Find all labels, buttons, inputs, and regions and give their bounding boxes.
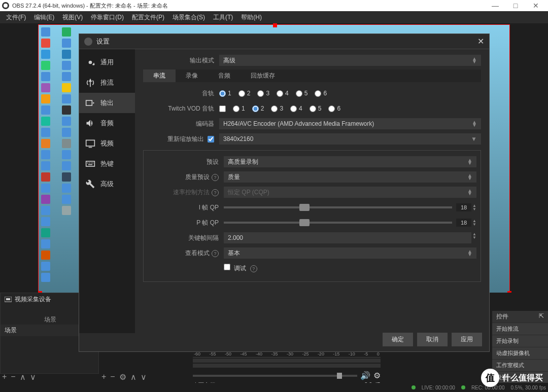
debug-checkbox[interactable] [224,264,230,270]
output-mode-label: 输出模式 [143,56,219,65]
sidebar-item-output[interactable]: 输出 [79,93,135,113]
sidebar-item-audio[interactable]: 音频 [79,113,135,133]
track-radio-3[interactable]: 3 [257,90,269,97]
live-time: LIVE: 00:00:00 [422,385,455,390]
remove-source-button[interactable]: − [110,372,115,382]
vod-radio-4[interactable]: 4 [290,105,302,112]
statusbar: LIVE: 00:00:00 REC: 00:00:00 0.5%, 30.00… [0,383,548,392]
source-up-button[interactable]: ∧ [130,372,136,382]
undock-icon[interactable]: ⇱ [539,312,544,321]
iframe-qp-slider[interactable] [224,206,452,208]
sidebar-item-general[interactable]: 通用 [79,52,135,73]
audio-track-label: 音轨 [143,89,219,98]
audio-meter [193,364,381,368]
spinner-arrows[interactable]: ▲▼ [472,232,476,243]
encoder-select[interactable]: H264/AVC Encoder (AMD Advanced Media Fra… [219,118,481,129]
quality-preset-label: 质量预设? [148,173,224,182]
track-radio-5[interactable]: 5 [296,90,308,97]
close-dialog-button[interactable]: ✕ [477,37,484,46]
scene-up-button[interactable]: ∧ [20,372,26,382]
virtual-camera-button[interactable]: 动虚拟摄像机 [492,347,548,359]
vod-radio-3[interactable]: 3 [271,105,283,112]
tab-replay-buffer[interactable]: 回放缓存 [241,69,285,82]
track-radio-2[interactable]: 2 [238,90,251,97]
watermark-text: 什么值得买 [502,373,543,383]
status-dot-icon [412,385,416,389]
help-icon[interactable]: ? [250,265,257,272]
volume-slider[interactable] [193,375,357,377]
scene-toolbar: + − ∧ ∨ [2,372,36,382]
scene-down-button[interactable]: ∨ [30,372,36,382]
obs-icon [2,2,9,9]
track-radio-1[interactable]: 1 [219,90,231,97]
menu-help[interactable]: 帮助(H) [237,13,266,22]
sidebar-item-hotkeys[interactable]: 热键 [79,154,135,174]
rate-control-label: 速率控制方法? [148,188,224,197]
sidebar-item-video[interactable]: 视频 [79,133,135,154]
preset-select[interactable]: 高质量录制 ▲▼ [224,156,476,167]
close-window-button[interactable]: ✕ [526,0,546,11]
obs-icon [84,38,92,46]
start-recording-button[interactable]: 开始录制 [492,335,548,347]
vod-radio-2[interactable]: 2 [252,105,264,112]
tab-recording[interactable]: 录像 [176,69,208,82]
keyframe-label: 关键帧间隔 [148,234,224,242]
resize-handle[interactable] [273,23,277,27]
help-icon[interactable]: ? [212,250,219,257]
cancel-button[interactable]: 取消 [417,333,448,346]
add-scene-button[interactable]: + [2,372,7,382]
desktop-thumbnail [41,27,81,291]
iframe-qp-value[interactable]: 18 [456,203,471,211]
track-radio-4[interactable]: 4 [277,90,289,97]
track-radio-6[interactable]: 6 [315,90,327,97]
encoder-label: 编码器 [143,120,219,128]
pframe-qp-slider[interactable] [224,222,452,224]
svg-rect-1 [6,298,10,300]
source-settings-button[interactable]: ⚙ [119,372,126,382]
monitor-icon [85,138,95,149]
help-icon[interactable]: ? [212,174,219,181]
menu-profile[interactable]: 配置文件(P) [128,13,168,22]
minimize-button[interactable]: — [485,0,505,11]
menu-scene-collection[interactable]: 场景集合(S) [168,13,209,22]
menu-tools[interactable]: 工具(T) [209,13,237,22]
output-mode-select[interactable]: 高级 ▲▼ [219,55,481,66]
spinner-arrows[interactable]: ▲▼ [472,204,476,211]
svg-rect-4 [86,161,95,166]
vod-radio-1[interactable]: 1 [233,105,245,112]
vod-radio-6[interactable]: 6 [328,105,340,112]
pframe-qp-value[interactable]: 18 [456,219,471,227]
twitch-vod-checkbox[interactable] [219,105,226,112]
ok-button[interactable]: 确定 [383,333,413,346]
tab-streaming[interactable]: 串流 [143,69,176,82]
menu-file[interactable]: 文件(F) [2,13,30,22]
maximize-button[interactable]: □ [505,0,526,11]
sidebar-item-stream[interactable]: 推流 [79,73,135,93]
remove-scene-button[interactable]: − [11,372,15,382]
menu-dock[interactable]: 停靠窗口(D) [87,13,128,22]
rescale-checkbox[interactable] [208,136,214,142]
menu-view[interactable]: 视图(V) [58,13,87,22]
sidebar-item-advanced[interactable]: 高级 [79,174,135,194]
watermark: 值 什么值得买 [481,369,543,387]
spinner-arrows[interactable]: ▲▼ [472,219,476,226]
audio-track-radios: 1 2 3 4 5 6 [219,90,481,97]
twitch-vod-label: Twitch VOD 音轨 [143,104,219,113]
keyframe-input[interactable] [224,232,471,243]
view-mode-select[interactable]: 基本 ▲▼ [224,247,476,259]
rescale-select[interactable]: 3840x2160 ▼ [219,133,481,145]
start-streaming-button[interactable]: 开始推流 [492,323,548,335]
audio-settings-icon[interactable]: ⚙ [373,371,381,380]
source-down-button[interactable]: ∨ [141,372,147,382]
dialog-title: 设置 [96,37,110,46]
speaker-icon[interactable]: 🔊 [360,371,370,380]
quality-preset-select[interactable]: 质量 ▲▼ [224,171,476,183]
vod-radio-5[interactable]: 5 [310,105,322,112]
debug-label: 调试 [234,265,246,272]
rescale-label: 重新缩放输出 [143,135,219,144]
antenna-icon [85,78,95,88]
apply-button[interactable]: 应用 [452,333,482,346]
tab-audio[interactable]: 音频 [208,69,241,82]
add-source-button[interactable]: + [101,372,106,382]
menu-edit[interactable]: 编辑(E) [30,13,58,22]
